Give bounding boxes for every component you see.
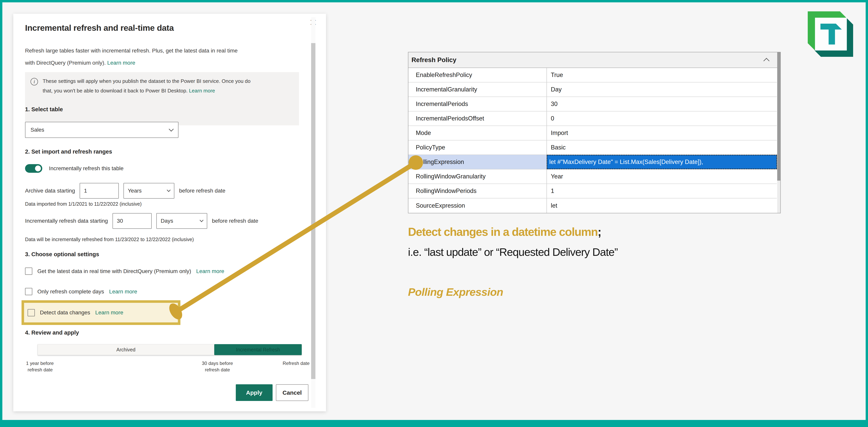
annotation-headline-suffix: ; — [597, 225, 601, 238]
policy-table-rows: EnableRefreshPolicyTrueIncrementalGranul… — [408, 68, 780, 213]
detect-changes-checkbox[interactable] — [28, 309, 35, 316]
table-row[interactable]: ModeImport — [408, 126, 777, 140]
refresh-policy-header[interactable]: Refresh Policy — [408, 52, 780, 68]
property-key[interactable]: RollingWindowPeriods — [408, 184, 547, 198]
property-value[interactable]: Import — [547, 126, 777, 140]
detect-changes-learn-more-link[interactable]: Learn more — [95, 310, 123, 316]
table-row[interactable]: RollingWindowGranularityYear — [408, 169, 777, 184]
chevron-down-icon — [199, 218, 204, 222]
archive-range-row: Archive data starting 1 Years before ref… — [25, 183, 225, 199]
property-value[interactable]: Day — [547, 82, 777, 96]
frame-border-left — [0, 0, 2, 427]
directquery-learn-more-link[interactable]: Learn more — [196, 268, 224, 275]
table-row[interactable]: EnableRefreshPolicyTrue — [408, 68, 777, 82]
incremental-refresh-segment: Incremental Refresh — [214, 344, 302, 355]
property-key[interactable]: IncrementalPeriods — [408, 97, 547, 111]
dialog-scrollbar-thumb[interactable] — [311, 43, 315, 379]
annotation-subline: i.e. “last update” or “Requested Deliver… — [408, 246, 618, 258]
axis-label-right: Refresh date — [260, 360, 310, 367]
table-row[interactable]: IncrementalGranularityDay — [408, 82, 777, 97]
table-row[interactable]: IncrementalPeriods30 — [408, 97, 777, 111]
table-select-value: Sales — [31, 127, 44, 133]
step4-heading: 4. Review and apply — [25, 330, 79, 336]
incremental-note: Data will be incrementally refreshed fro… — [25, 237, 194, 242]
property-key[interactable]: RollingWindowGranularity — [408, 169, 547, 183]
table-row[interactable]: PolicyTypeBasic — [408, 140, 777, 155]
incremental-refresh-toggle[interactable] — [25, 164, 42, 173]
description-line2: with DirectQuery (Premium only). — [25, 60, 107, 66]
directquery-checkbox[interactable] — [25, 267, 32, 275]
cancel-button[interactable]: Cancel — [276, 384, 308, 401]
property-value[interactable]: 30 — [547, 97, 777, 111]
property-key[interactable]: Mode — [408, 126, 547, 140]
axis-label-left: 1 year beforerefresh date — [26, 360, 54, 373]
incremental-refresh-dialog: ✕ Incremental refresh and real-time data… — [13, 14, 326, 411]
info-banner-text: These settings will apply when you publi… — [43, 76, 250, 95]
property-key[interactable]: IncrementalPeriodsOffset — [408, 111, 547, 125]
apply-button[interactable]: Apply — [236, 384, 273, 401]
incremental-unit-value: Days — [161, 218, 173, 224]
imported-note: Data imported from 1/1/2021 to 11/22/202… — [25, 201, 142, 207]
incremental-suffix: before refresh date — [212, 218, 258, 224]
property-key[interactable]: IncrementalGranularity — [408, 82, 547, 96]
incremental-toggle-row: Incrementally refresh this table — [25, 164, 123, 173]
property-value[interactable]: True — [547, 68, 777, 82]
property-value[interactable]: let — [547, 198, 777, 213]
detect-data-changes-highlight: Detect data changes Learn more — [22, 300, 180, 325]
table-scrollbar[interactable] — [777, 52, 780, 213]
archive-value-input[interactable]: 1 — [80, 183, 119, 199]
toggle-knob — [35, 166, 41, 171]
step1-heading: 1. Select table — [25, 106, 63, 113]
frame-border-top — [0, 0, 868, 2]
chevron-down-icon — [167, 188, 170, 192]
property-key[interactable]: SourceExpression — [408, 198, 547, 213]
refresh-policy-title: Refresh Policy — [411, 56, 456, 64]
table-scrollbar-thumb[interactable] — [777, 52, 780, 180]
option-directquery-row: Get the latest data in real time with Di… — [25, 267, 224, 275]
chevron-down-icon — [169, 126, 174, 132]
directquery-label: Get the latest data in real time with Di… — [37, 268, 191, 275]
banner-learn-more-link[interactable]: Learn more — [189, 88, 215, 94]
axis-label-mid: 30 days beforerefresh date — [195, 360, 240, 373]
table-row[interactable]: RollingWindowPeriods1 — [408, 184, 777, 198]
description-line1: Refresh large tables faster with increme… — [25, 48, 238, 54]
incremental-value-input[interactable]: 30 — [113, 213, 152, 229]
dialog-scrollbar[interactable] — [311, 17, 315, 408]
archive-suffix: before refresh date — [179, 188, 225, 194]
property-key[interactable]: EnableRefreshPolicy — [408, 68, 547, 82]
dialog-description: Refresh large tables faster with increme… — [25, 45, 285, 69]
archive-label: Archive data starting — [25, 188, 75, 194]
complete-days-checkbox[interactable] — [25, 288, 32, 295]
toggle-label: Incrementally refresh this table — [49, 165, 123, 172]
property-value[interactable]: 0 — [547, 111, 777, 125]
step3-heading: 3. Choose optional settings — [25, 251, 99, 258]
property-value[interactable]: Basic — [547, 140, 777, 154]
chevron-up-icon[interactable] — [763, 58, 769, 64]
refresh-policy-panel: Refresh Policy EnableRefreshPolicyTrueIn… — [408, 52, 781, 213]
table-select-dropdown[interactable]: Sales — [25, 122, 179, 138]
table-row[interactable]: IncrementalPeriodsOffset0 — [408, 111, 777, 126]
review-bar: Archived Incremental Refresh — [37, 344, 302, 355]
incremental-label: Incrementally refresh data starting — [25, 218, 108, 224]
property-value[interactable]: Year — [547, 169, 777, 183]
property-value[interactable]: let #"MaxDelivery Date" = List.Max(Sales… — [547, 155, 777, 169]
info-banner: i These settings will apply when you pub… — [25, 72, 299, 125]
table-row[interactable]: SourceExpressionlet — [408, 198, 777, 213]
property-key[interactable]: PolicyType — [408, 140, 547, 154]
annotation-headline: Detect changes in a datetime column; — [408, 225, 601, 238]
table-row[interactable]: PollingExpressionlet #"MaxDelivery Date"… — [408, 155, 777, 169]
frame-border-bottom — [0, 420, 868, 427]
step2-heading: 2. Set import and refresh ranges — [25, 148, 112, 155]
learn-more-link[interactable]: Learn more — [107, 60, 135, 66]
brand-logo-icon — [808, 11, 853, 57]
info-icon: i — [31, 78, 38, 85]
archive-unit-dropdown[interactable]: Years — [123, 183, 174, 199]
frame-border-right — [866, 0, 868, 427]
property-key[interactable]: PollingExpression — [408, 155, 547, 169]
archived-segment: Archived — [37, 344, 214, 355]
incremental-unit-dropdown[interactable]: Days — [156, 213, 207, 229]
complete-days-learn-more-link[interactable]: Learn more — [109, 288, 137, 295]
annotation-headline-gold: Detect changes in a datetime column — [408, 225, 597, 238]
property-value[interactable]: 1 — [547, 184, 777, 198]
incremental-range-row: Incrementally refresh data starting 30 D… — [25, 213, 258, 229]
